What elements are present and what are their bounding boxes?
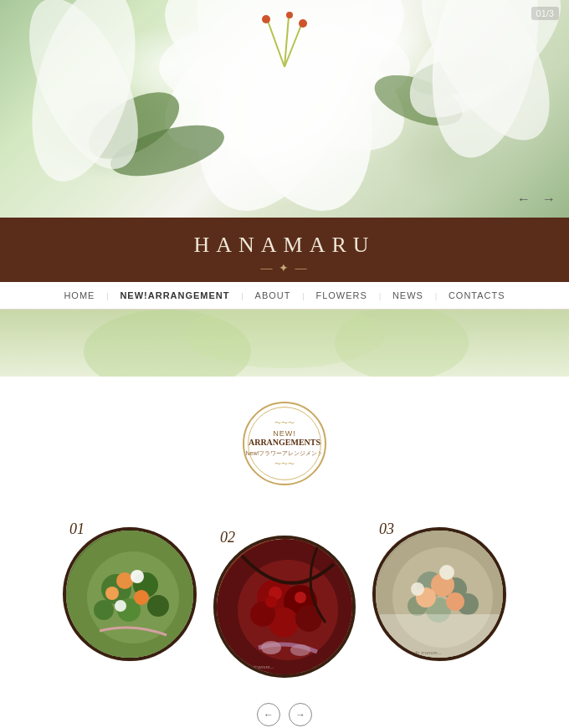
flower-number-02: 02	[220, 529, 235, 546]
svg-point-29	[94, 600, 114, 620]
badge-section: 〜〜〜 NEW! ARRANGEMENTS New!フラワーアレンジメント 〜〜…	[0, 377, 569, 502]
flower-circle-02: désir de transm...	[213, 536, 356, 678]
svg-point-60	[411, 582, 424, 596]
svg-point-33	[134, 590, 149, 605]
flower-circle-03: Ce q... désir de transm...	[372, 527, 506, 661]
flower-grid: 01	[0, 502, 569, 703]
svg-text:désir de transm...: désir de transm...	[233, 664, 274, 670]
slide-next-arrow[interactable]: →	[539, 189, 559, 209]
nav-flowers[interactable]: FLOWERS	[304, 290, 378, 300]
svg-rect-61	[380, 614, 505, 660]
svg-point-58	[446, 592, 464, 611]
svg-point-47	[290, 644, 310, 656]
svg-point-59	[439, 565, 454, 580]
flower-number-03: 03	[379, 520, 394, 538]
badge-new-label: NEW!	[273, 429, 296, 438]
flower-item-02[interactable]: 02	[213, 536, 356, 678]
grid-nav: ← →	[0, 703, 569, 728]
flower-item-03[interactable]: 03	[372, 527, 506, 661]
svg-point-32	[105, 587, 119, 600]
site-title: HANAMARU	[0, 233, 569, 258]
nav-news[interactable]: NEWS	[381, 290, 435, 300]
badge-circle: 〜〜〜 NEW! ARRANGEMENTS New!フラワーアレンジメント 〜〜…	[243, 402, 326, 485]
flower-circle-01	[63, 527, 197, 661]
svg-point-31	[116, 572, 133, 589]
nav-about[interactable]: ABOUT	[243, 290, 303, 300]
hero-section: 01/3 ← →	[0, 0, 569, 218]
header-bar: HANAMARU ― ✦ ―	[0, 218, 569, 282]
svg-point-10	[286, 12, 293, 18]
svg-point-34	[131, 570, 144, 583]
slide-arrows: ← →	[514, 189, 559, 209]
nav-new-arrangement[interactable]: NEW!ARRANGEMENT	[108, 290, 241, 300]
slide-counter: 01/3	[531, 7, 559, 20]
svg-point-46	[261, 641, 281, 654]
flower-image-01	[66, 531, 193, 658]
flower-item-01[interactable]: 01	[63, 527, 197, 661]
flower-image-02: désir de transm...	[217, 539, 352, 674]
badge-ornament-bot: 〜〜〜	[274, 459, 295, 469]
nav-bar: HOME | NEW!ARRANGEMENT | ABOUT | FLOWERS…	[0, 282, 569, 310]
svg-point-44	[265, 596, 277, 608]
svg-text:Ce q... désir de transm...: Ce q... désir de transm...	[384, 649, 442, 656]
svg-point-35	[115, 600, 126, 612]
slide-prev-arrow[interactable]: ←	[514, 189, 534, 209]
grid-prev-arrow[interactable]: ←	[257, 703, 280, 726]
nav-contacts[interactable]: CONTACTS	[437, 290, 517, 300]
badge-main-label: ARRANGEMENTS	[249, 438, 320, 448]
flower-number-01: 01	[69, 520, 85, 538]
hero-bottom	[0, 310, 569, 377]
svg-point-30	[147, 595, 169, 617]
badge-sub-label: New!フラワーアレンジメント	[246, 449, 324, 458]
svg-point-8	[262, 15, 270, 23]
grid-next-arrow[interactable]: →	[289, 703, 312, 726]
nav-home[interactable]: HOME	[52, 290, 106, 300]
title-ornament: ― ✦ ―	[0, 261, 569, 275]
svg-point-45	[295, 592, 306, 603]
badge-ornament-top: 〜〜〜	[274, 418, 295, 428]
svg-point-6	[299, 19, 307, 28]
flower-image-03: Ce q... désir de transm...	[376, 531, 503, 658]
